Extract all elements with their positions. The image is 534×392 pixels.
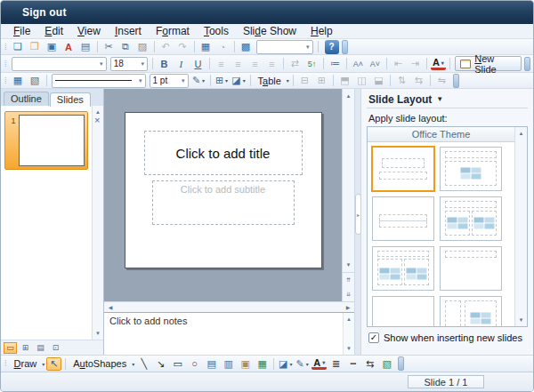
slide[interactable]: Click to add title Click to add subtitle xyxy=(125,112,322,268)
show-grid-button[interactable]: ▩ xyxy=(239,40,254,53)
chevron-down-icon[interactable]: ▼ xyxy=(436,95,443,103)
toolbar-options-button[interactable] xyxy=(398,356,404,371)
menu-help[interactable]: Help xyxy=(303,25,340,37)
italic-button[interactable]: I xyxy=(174,57,189,70)
menu-edit[interactable]: Edit xyxy=(37,25,70,37)
close-icon[interactable]: × xyxy=(92,115,102,127)
line-color-button[interactable]: ✎▾ xyxy=(191,74,206,87)
bold-button[interactable]: B xyxy=(157,57,172,70)
slide-sorter-view-button[interactable]: ⊞ xyxy=(19,342,32,354)
erase-table-button[interactable]: ▧ xyxy=(28,74,43,87)
new-slide-button[interactable]: New Slide xyxy=(455,56,522,71)
rectangle-button[interactable]: ▭ xyxy=(170,357,185,371)
menu-insert[interactable]: Insert xyxy=(108,25,149,37)
renumber-slides-button[interactable]: 5↑ xyxy=(304,57,320,70)
notes-scrollbar[interactable]: ▲ ▼ xyxy=(343,313,354,355)
normal-view-button[interactable]: ▭ xyxy=(4,342,17,354)
menu-slide-show[interactable]: Slide Show xyxy=(236,25,303,37)
vertical-scrollbar[interactable]: ▲ ▼ ⇈ ⇊ xyxy=(342,89,354,301)
menu-format[interactable]: Format xyxy=(149,25,197,37)
layout-thumb-content-with-caption[interactable] xyxy=(440,296,502,326)
oval-button[interactable]: ○ xyxy=(187,357,202,371)
bullets-button[interactable]: ≔ xyxy=(328,57,343,70)
tab-slides[interactable]: Slides xyxy=(50,92,91,107)
sign-out-button[interactable]: Sign out xyxy=(22,6,67,19)
notes-placeholder[interactable]: Click to add notes xyxy=(104,313,343,355)
scroll-up-icon[interactable]: ▲ xyxy=(515,129,527,138)
toolbar-grip[interactable]: ⁞ xyxy=(4,60,6,68)
menu-file[interactable]: File xyxy=(6,25,37,37)
new-presentation-button[interactable]: ❏ xyxy=(11,40,26,53)
scroll-down-icon[interactable]: ▼ xyxy=(343,258,354,272)
scroll-down-icon[interactable]: ▼ xyxy=(93,329,103,338)
layout-thumb-title-slide[interactable] xyxy=(372,147,434,191)
text-box-button[interactable]: ▤ xyxy=(204,357,219,371)
open-button[interactable]: ❒ xyxy=(28,40,43,53)
draw-table-button[interactable]: ▦ xyxy=(11,74,26,87)
insert-table-button[interactable]: ▦ xyxy=(198,40,214,53)
export-pdf-button[interactable]: A xyxy=(61,40,77,53)
line-weight-combo[interactable]: 1 pt ▾ xyxy=(150,74,189,88)
borders-button[interactable]: ⊞▾ xyxy=(214,74,230,87)
previous-slide-icon[interactable]: ⇈ xyxy=(343,273,354,287)
toolbar-grip[interactable]: ⁞ xyxy=(4,359,6,368)
increase-font-size-button[interactable]: A˄ xyxy=(351,57,366,70)
insert-picture-button[interactable]: ▦ xyxy=(255,357,270,371)
insert-diagram-button[interactable]: ▥ xyxy=(221,357,236,371)
insert-clipart-button[interactable]: ▣ xyxy=(238,357,253,371)
toolbar-grip[interactable]: ⁞ xyxy=(4,43,6,52)
underline-button[interactable]: U xyxy=(190,57,206,70)
fill-color-button[interactable]: ◪▾ xyxy=(278,357,293,371)
layout-thumb-section-header[interactable] xyxy=(372,196,434,241)
thumbnails-scrollbar[interactable]: ▲ ▼ xyxy=(92,106,103,340)
draw-menu-button[interactable]: Draw ▾ xyxy=(11,357,45,371)
line-color-button[interactable]: ✎▾ xyxy=(295,357,310,371)
line-style-button[interactable]: ≣ xyxy=(328,357,344,371)
arrow-button[interactable]: ↘ xyxy=(153,357,168,371)
toolbar-options-button[interactable] xyxy=(524,57,530,71)
font-size-combo[interactable]: 18 ▾ xyxy=(110,57,148,71)
font-color-button[interactable]: A▾ xyxy=(431,58,446,70)
menu-view[interactable]: View xyxy=(70,25,108,37)
toolbar-options-button[interactable] xyxy=(342,40,348,54)
select-objects-button[interactable]: ↖ xyxy=(46,357,61,371)
zoom-combo[interactable]: ▾ xyxy=(256,40,313,54)
theme-group-header[interactable]: Office Theme xyxy=(368,127,514,142)
task-pane-header[interactable]: Slide Layout ▼ xyxy=(367,89,528,108)
scroll-down-icon[interactable]: ▼ xyxy=(344,344,354,353)
slideshow-button[interactable]: ⊡ xyxy=(49,342,62,354)
horizontal-scrollbar[interactable]: ◀ ▶ xyxy=(104,301,354,312)
line-style-combo[interactable]: ▾ xyxy=(52,74,146,88)
table-menu-button[interactable]: Table ▾ xyxy=(255,74,289,87)
scroll-up-icon[interactable]: ▲ xyxy=(343,89,354,103)
title-placeholder[interactable]: Click to add title xyxy=(144,131,303,175)
show-when-inserting-checkbox[interactable]: ✓ xyxy=(368,332,379,343)
shadow-3d-button[interactable]: ▧ xyxy=(379,357,394,371)
save-button[interactable]: ▣ xyxy=(44,40,60,53)
next-slide-icon[interactable]: ⇊ xyxy=(343,287,354,301)
dash-style-button[interactable]: ┅ xyxy=(345,357,360,371)
layout-thumb-title-and-content[interactable] xyxy=(440,147,502,191)
line-button[interactable]: ╲ xyxy=(136,357,151,371)
toolbar-options-button[interactable] xyxy=(453,74,459,88)
help-button[interactable]: ? xyxy=(325,40,339,54)
menu-tools[interactable]: Tools xyxy=(197,25,236,37)
arrow-style-button[interactable]: ⇆ xyxy=(362,357,377,371)
fill-color-button[interactable]: ◪▾ xyxy=(231,74,247,87)
splitter-handle[interactable]: ▸ xyxy=(355,194,361,235)
slide-thumbnail-selected[interactable]: 1 xyxy=(4,111,88,170)
paste-button[interactable]: ▨ xyxy=(135,40,150,53)
scroll-up-icon[interactable]: ▲ xyxy=(344,315,354,324)
copy-button[interactable]: ⧉ xyxy=(118,40,134,53)
layout-thumb-title-only[interactable] xyxy=(440,246,502,291)
layout-list-scrollbar[interactable]: ▲ ▼ xyxy=(514,127,527,326)
scroll-down-icon[interactable]: ▼ xyxy=(515,316,527,324)
scroll-left-icon[interactable]: ◀ xyxy=(104,303,117,312)
reading-view-button[interactable]: ▤ xyxy=(34,342,47,354)
layout-thumb-two-content[interactable] xyxy=(440,196,502,241)
layout-thumb-comparison[interactable] xyxy=(372,246,434,291)
autoshapes-menu-button[interactable]: AutoShapes ▾ xyxy=(69,357,134,371)
font-color-button[interactable]: A▾ xyxy=(312,357,327,370)
scroll-right-icon[interactable]: ▶ xyxy=(342,303,354,312)
font-name-combo[interactable]: ▾ xyxy=(12,57,107,71)
